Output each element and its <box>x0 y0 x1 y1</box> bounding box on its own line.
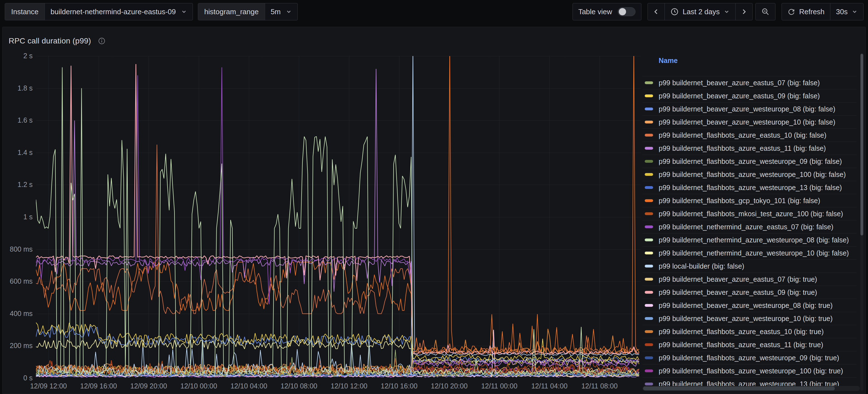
panel-title[interactable]: RPC call duration (p99) <box>9 36 91 45</box>
chevron-right-icon <box>741 8 747 15</box>
y-axis-tick-label: 2 s <box>2 52 33 60</box>
legend-series-swatch <box>645 291 653 294</box>
refresh-interval-select[interactable]: 30s <box>830 3 864 20</box>
legend-item[interactable]: p99 buildernet_flashbots_azure_eastus_10… <box>643 325 857 338</box>
legend-item[interactable]: p99 buildernet_beaver_azure_westeurope_0… <box>643 299 857 312</box>
legend-series-swatch <box>645 107 653 110</box>
legend-item[interactable]: p99 buildernet_beaver_azure_eastus_09 (b… <box>643 89 857 102</box>
x-axis-tick-label: 12/11 08:00 <box>576 382 623 390</box>
legend-series-swatch <box>645 173 653 176</box>
legend-series-swatch <box>645 278 653 281</box>
histogram-range-select[interactable]: 5m <box>265 3 298 20</box>
time-controls: Table view Last 2 days Refresh <box>572 3 864 20</box>
zoom-out-button[interactable] <box>755 3 775 20</box>
instance-variable-label: Instance <box>5 3 45 20</box>
legend-series-swatch <box>645 225 653 228</box>
y-axis-tick-label: 400 ms <box>2 309 33 318</box>
legend-item[interactable]: p99 buildernet_nethermind_azure_westeuro… <box>643 233 857 246</box>
histogram-range-label: histogram_range <box>198 3 265 20</box>
legend-series-swatch <box>645 330 653 333</box>
legend-series-swatch <box>645 212 653 215</box>
legend-series-swatch <box>645 252 653 254</box>
legend-item[interactable]: p99 buildernet_flashbots_azure_eastus_10… <box>643 128 857 141</box>
x-axis-tick-label: 12/10 20:00 <box>426 382 473 390</box>
x-axis-tick-label: 12/10 08:00 <box>275 382 322 390</box>
refresh-interval-value: 30s <box>836 7 848 16</box>
legend-vertical-scrollbar-thumb[interactable] <box>861 54 863 235</box>
legend-series-swatch <box>645 369 653 372</box>
y-axis-tick-label: 800 ms <box>2 245 33 253</box>
legend-item[interactable]: p99 buildernet_nethermind_azure_eastus_0… <box>643 220 857 233</box>
legend-item[interactable]: p99 buildernet_flashbots_azure_westeurop… <box>643 364 857 377</box>
histogram-range-value: 5m <box>271 7 281 16</box>
legend-item[interactable]: p99 buildernet_flashbots_azure_westeurop… <box>643 351 857 364</box>
timeseries-plot-canvas[interactable] <box>36 56 641 378</box>
chevron-left-icon <box>653 8 659 15</box>
legend-item[interactable]: p99 buildernet_beaver_azure_westeurope_1… <box>643 312 857 325</box>
legend-item[interactable]: p99 local-builder (big: false) <box>643 259 857 272</box>
legend-item[interactable]: p99 buildernet_beaver_azure_eastus_07 (b… <box>643 76 857 89</box>
legend-series-label: p99 local-builder (big: false) <box>659 262 744 270</box>
legend-series-label: p99 buildernet_flashbots_azure_eastus_10… <box>659 328 824 336</box>
legend-series-swatch <box>645 160 653 163</box>
legend-series-swatch <box>645 265 653 267</box>
legend-name-header[interactable]: Name <box>659 57 678 65</box>
legend-table: Name p99 buildernet_beaver_azure_eastus_… <box>643 53 863 391</box>
legend-series-label: p99 buildernet_flashbots_azure_westeurop… <box>659 367 843 375</box>
legend-series-label: p99 buildernet_nethermind_azure_eastus_0… <box>659 223 833 231</box>
legend-series-swatch <box>645 304 653 307</box>
y-axis-tick-label: 0 s <box>2 374 33 382</box>
legend-series-label: p99 buildernet_flashbots_azure_westeurop… <box>659 170 846 178</box>
legend-series-swatch <box>645 356 653 359</box>
legend-item[interactable]: p99 buildernet_flashbots_azure_westeurop… <box>643 181 857 194</box>
legend-item[interactable]: p99 buildernet_beaver_azure_eastus_09 (b… <box>643 286 857 299</box>
legend-series-label: p99 buildernet_beaver_azure_westeurope_1… <box>659 315 833 323</box>
legend-series-label: p99 buildernet_beaver_azure_westeurope_1… <box>659 118 835 126</box>
table-view-toggle[interactable] <box>618 7 636 16</box>
dashboard-toolbar: Instance buildernet-nethermind-azure-eas… <box>0 0 868 24</box>
legend-item[interactable]: p99 buildernet_flashbots_azure_eastus_11… <box>643 338 857 351</box>
legend-item[interactable]: p99 buildernet_beaver_azure_westeurope_1… <box>643 116 857 128</box>
refresh-group: Refresh 30s <box>782 3 864 20</box>
legend-series-swatch <box>645 134 653 136</box>
legend-series-label: p99 buildernet_flashbots_azure_westeurop… <box>659 158 842 165</box>
legend-series-label: p99 buildernet_beaver_azure_eastus_09 (b… <box>659 92 820 100</box>
time-range-group: Last 2 days <box>648 3 753 20</box>
info-icon[interactable] <box>98 37 106 45</box>
instance-variable-select[interactable]: buildernet-nethermind-azure-eastus-09 <box>45 3 192 20</box>
legend-series-label: p99 buildernet_beaver_azure_eastus_09 (b… <box>659 288 817 296</box>
template-variables: Instance buildernet-nethermind-azure-eas… <box>5 3 298 20</box>
x-axis-tick-label: 12/09 16:00 <box>75 382 122 390</box>
legend-series-swatch <box>645 95 653 97</box>
x-axis-tick-label: 12/09 20:00 <box>125 382 172 390</box>
legend-item[interactable]: p99 buildernet_beaver_azure_eastus_07 (b… <box>643 272 857 286</box>
y-axis-tick-label: 600 ms <box>2 277 33 285</box>
legend-horizontal-scrollbar <box>643 386 860 391</box>
legend-series-label: p99 buildernet_beaver_azure_eastus_07 (b… <box>659 79 820 87</box>
legend-item[interactable]: p99 buildernet_flashbots_mkosi_test_azur… <box>643 207 857 220</box>
zoom-out-icon <box>761 7 770 16</box>
legend-series-swatch <box>645 199 653 202</box>
time-range-picker-button[interactable]: Last 2 days <box>664 3 736 20</box>
chevron-down-icon <box>286 9 292 15</box>
legend-item[interactable]: p99 buildernet_beaver_azure_westeurope_0… <box>643 102 857 116</box>
x-axis-tick-label: 12/11 00:00 <box>475 382 523 390</box>
refresh-button[interactable]: Refresh <box>782 3 830 20</box>
legend-series-label: p99 buildernet_flashbots_gcp_tokyo_101 (… <box>659 197 820 205</box>
x-axis-tick-label: 12/10 12:00 <box>325 382 373 390</box>
x-axis-tick-label: 12/09 12:00 <box>25 382 72 390</box>
legend-series-swatch <box>645 238 653 241</box>
time-shift-back-button[interactable] <box>648 3 665 20</box>
legend-horizontal-scrollbar-thumb[interactable] <box>643 387 835 390</box>
time-shift-forward-button[interactable] <box>735 3 753 20</box>
instance-variable: Instance buildernet-nethermind-azure-eas… <box>5 3 193 20</box>
legend-item[interactable]: p99 buildernet_flashbots_gcp_tokyo_101 (… <box>643 194 857 207</box>
clock-icon <box>670 7 679 16</box>
legend-item[interactable]: p99 buildernet_flashbots_azure_eastus_11… <box>643 141 857 155</box>
legend-series-label: p99 buildernet_flashbots_azure_eastus_10… <box>659 131 827 139</box>
legend-item[interactable]: p99 buildernet_flashbots_azure_westeurop… <box>643 168 857 181</box>
y-axis-tick-label: 1 s <box>2 213 33 221</box>
legend-item[interactable]: p99 buildernet_flashbots_azure_westeurop… <box>643 155 857 168</box>
legend-item[interactable]: p99 buildernet_nethermind_azure_westeuro… <box>643 246 857 259</box>
legend-series-swatch <box>645 147 653 150</box>
